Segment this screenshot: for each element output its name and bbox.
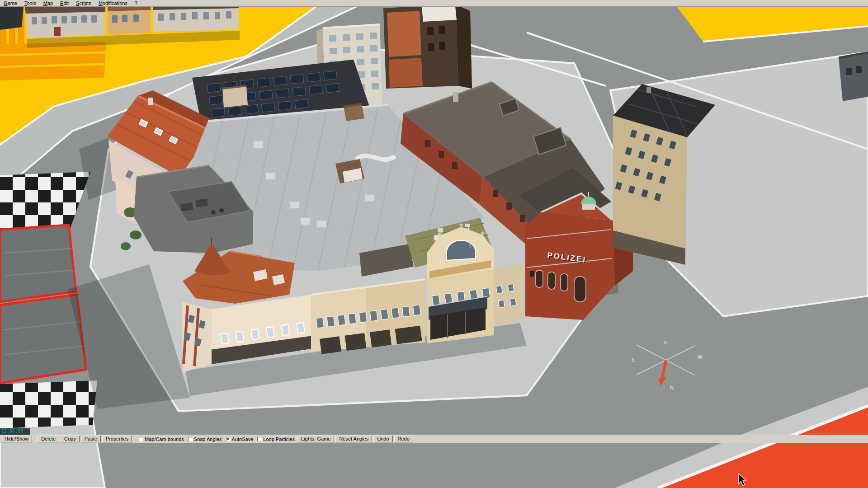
autosave-label: AutoSave — [232, 436, 254, 442]
editor-toolbar: Hide/Show Delete Copy Paste Properties M… — [0, 435, 868, 443]
menu-modifications[interactable]: Modifications — [95, 0, 131, 7]
compass-label-s: S — [664, 340, 667, 345]
compass-label-e: E — [632, 357, 635, 362]
checkbox-autosave[interactable]: ✕ AutoSave — [225, 436, 255, 442]
delete-button[interactable]: Delete — [38, 436, 59, 442]
compass-label-n: N — [670, 385, 674, 390]
menu-help[interactable]: ? — [131, 0, 141, 7]
loop-particles-label: Loop Particles — [263, 436, 295, 442]
menu-game[interactable]: Game — [0, 0, 21, 7]
building-theater[interactable] — [427, 224, 494, 344]
lights-game-button[interactable]: Lights: Game — [297, 436, 334, 442]
checkbox-map-cam-bounds[interactable]: Map/Cam bounds — [137, 436, 185, 442]
menu-tools[interactable]: Tools — [21, 0, 40, 7]
building-tower-brown[interactable] — [383, 2, 472, 89]
menu-edit[interactable]: Edit — [57, 0, 72, 7]
checkbox-snap-angles[interactable]: Snap Angles — [187, 436, 223, 442]
loop-particles-checkbox-box[interactable] — [257, 437, 262, 441]
building-far-right[interactable] — [839, 52, 868, 101]
undo-button[interactable]: Undo — [373, 436, 392, 442]
menu-scripts[interactable]: Scripts — [72, 0, 95, 7]
reset-angles-button[interactable]: Reset Angles — [335, 436, 372, 442]
autosave-checkbox-box[interactable]: ✕ — [226, 437, 231, 441]
map-cam-bounds-checkbox-box[interactable] — [139, 437, 143, 441]
parking-lot-selected-1[interactable] — [0, 225, 76, 302]
redo-button[interactable]: Redo — [394, 436, 413, 442]
hide-show-button[interactable]: Hide/Show — [1, 436, 32, 442]
properties-button[interactable]: Properties — [102, 436, 132, 442]
game-clock: 12:00:00 — [0, 428, 30, 435]
game-clock-value: 12:00:00 — [1, 429, 23, 434]
viewport-3d-scene[interactable]: POLIZEI POLIZEI — [0, 0, 868, 488]
menu-map[interactable]: Map — [40, 0, 57, 7]
map-cam-bounds-label: Map/Cam bounds — [145, 436, 184, 442]
snap-angles-label: Snap Angles — [194, 436, 222, 442]
checkbox-loop-particles[interactable]: Loop Particles — [256, 436, 296, 442]
scene-svg[interactable]: POLIZEI POLIZEI — [0, 0, 868, 488]
compass-label-w: W — [698, 354, 703, 360]
snap-angles-checkbox-box[interactable] — [188, 437, 193, 441]
building-small-facade[interactable] — [494, 264, 524, 326]
copy-button[interactable]: Copy — [61, 436, 80, 442]
menu-bar: Game Tools Map Edit Scripts Modification… — [0, 0, 868, 7]
paste-button[interactable]: Paste — [81, 436, 101, 442]
